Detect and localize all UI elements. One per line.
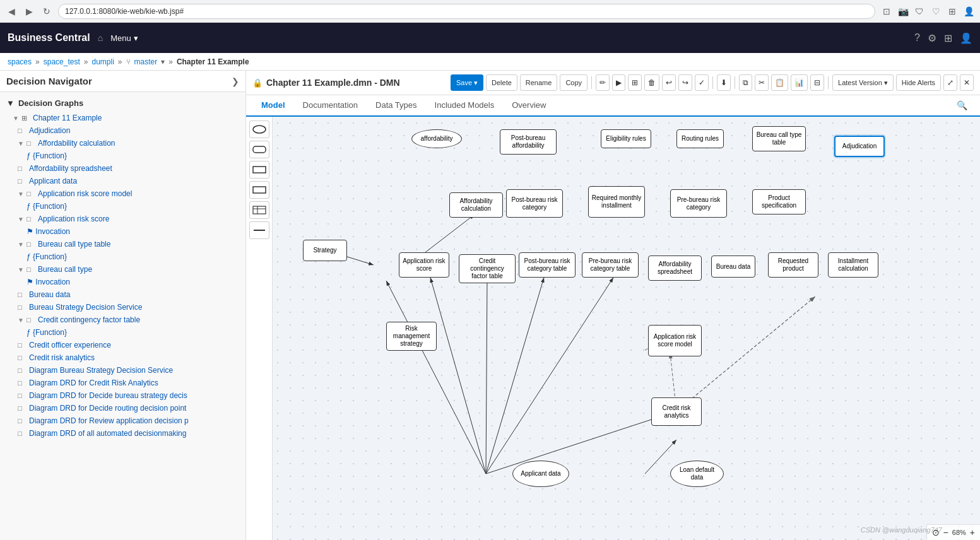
tab-data-types[interactable]: Data Types [367, 95, 426, 117]
edit-icon-btn[interactable]: ✏ [596, 74, 610, 91]
zoom-out-button[interactable]: − [943, 527, 948, 537]
tab-documentation[interactable]: Documentation [294, 95, 367, 117]
grid-icon-btn[interactable]: ⊞ [628, 74, 642, 91]
table-icon-btn[interactable]: ⊟ [810, 74, 824, 91]
home-icon[interactable]: ⌂ [98, 33, 103, 43]
tree-item[interactable]: □Diagram DRD for Credit Risk Analytics [0, 377, 245, 389]
dmn-node-bureau_call_type_table[interactable]: Bureau call type table [752, 126, 806, 151]
user-icon[interactable]: 👤 [960, 32, 972, 44]
tab-included-models[interactable]: Included Models [426, 95, 504, 117]
tree-item[interactable]: □Diagram DRD for Decide bureau strategy … [0, 389, 245, 402]
dmn-node-post_bureau_affordability[interactable]: Post-bureau affordability [500, 129, 557, 155]
tab-search-icon[interactable]: 🔍 [950, 95, 974, 115]
tree-item[interactable]: □Bureau data [0, 288, 245, 301]
hide-alerts-button[interactable]: Hide Alerts [896, 74, 941, 91]
dmn-node-required_monthly_installment[interactable]: Required monthly installment [588, 186, 645, 218]
dmn-node-bureau_data[interactable]: Bureau data [711, 255, 755, 278]
trash-icon-btn[interactable]: 🗑 [644, 74, 659, 91]
dmn-node-credit_risk_analytics[interactable]: Credit risk analytics [651, 397, 702, 426]
breadcrumb-dumpli[interactable]: dumpli [92, 57, 114, 66]
shape-rect-btn[interactable] [249, 161, 269, 179]
apps-icon[interactable]: ⊞ [944, 32, 952, 44]
tree-item[interactable]: □Diagram DRD for Decide routing decision… [0, 402, 245, 414]
dmn-node-affordability_spreadsheet[interactable]: Affordability spreadsheet [648, 255, 702, 281]
rename-button[interactable]: Rename [520, 74, 558, 91]
back-button[interactable]: ◀ [5, 5, 18, 18]
copy-button[interactable]: Copy [560, 74, 587, 91]
dmn-node-applicant_data[interactable]: Applicant data [512, 461, 569, 487]
tree-item[interactable]: ▼□Affordability calculation [0, 137, 245, 150]
tree-item[interactable]: □Adjudication [0, 124, 245, 137]
sidebar-collapse-button[interactable]: ❯ [232, 76, 239, 86]
tree-item[interactable]: □Credit officer experience [0, 339, 245, 351]
tree-item[interactable]: ▼□Bureau call type table [0, 238, 245, 250]
dmn-node-credit_contingency_factor_table[interactable]: Credit contingency factor table [459, 254, 516, 283]
dmn-node-pre_bureau_risk_category_table[interactable]: Pre-bureau risk category table [582, 252, 639, 278]
shape-table-btn[interactable] [249, 201, 269, 219]
paste-icon-btn[interactable]: 📋 [771, 74, 788, 91]
check-icon-btn[interactable]: ✓ [695, 74, 709, 91]
copy2-icon-btn[interactable]: ⧉ [739, 74, 752, 91]
dmn-node-risk_management_strategy[interactable]: Risk management strategy [386, 322, 437, 351]
zoom-in-button[interactable]: + [970, 527, 975, 537]
expand-button[interactable]: ⤢ [943, 74, 957, 91]
dmn-node-adjudication[interactable]: Adjudication [834, 136, 885, 157]
breadcrumb-spaces[interactable]: spaces [8, 57, 32, 66]
dmn-node-affordability[interactable]: affordability [411, 129, 462, 148]
close-button[interactable]: ✕ [960, 74, 974, 91]
tree-item[interactable]: ▼⊞Chapter 11 Example [0, 112, 245, 124]
shape-oval-btn[interactable] [249, 120, 269, 138]
dmn-node-post_bureau_risk_category_table[interactable]: Post-bureau risk category table [519, 252, 576, 278]
forward-button[interactable]: ▶ [23, 5, 35, 18]
redo-icon-btn[interactable]: ↪ [678, 74, 692, 91]
breadcrumb-master[interactable]: master [134, 57, 158, 66]
dmn-node-loan_default_data[interactable]: Loan default data [670, 461, 724, 487]
dmn-node-affordability_calculation[interactable]: Affordability calculation [449, 192, 503, 218]
tree-item[interactable]: ƒ {Function} [0, 200, 245, 213]
tree-item[interactable]: □Affordability spreadsheet [0, 162, 245, 175]
tree-item[interactable]: □Diagram Bureau Strategy Decision Servic… [0, 364, 245, 377]
undo-icon-btn[interactable]: ↩ [662, 74, 676, 91]
tree-item[interactable]: □Diagram DRD for Review application deci… [0, 414, 245, 427]
tree-item[interactable]: □Applicant data [0, 175, 245, 187]
tree-item[interactable]: ▼□Application risk score model [0, 187, 245, 200]
delete-button[interactable]: Delete [486, 74, 517, 91]
dmn-node-eligibility_rules[interactable]: Eligibility rules [601, 129, 651, 148]
tree-item[interactable]: ƒ {Function} [0, 326, 245, 339]
shape-minus-btn[interactable] [249, 221, 269, 239]
dmn-node-product_specification[interactable]: Product specification [752, 189, 806, 214]
tree-item[interactable]: □Credit risk analytics [0, 351, 245, 364]
tab-model[interactable]: Model [252, 95, 294, 117]
dmn-node-application_risk_score_model[interactable]: Application risk score model [648, 325, 702, 356]
shape-rect2-btn[interactable] [249, 181, 269, 199]
dmn-node-requested_product[interactable]: Requested product [768, 252, 818, 278]
dmn-node-application_risk_score[interactable]: Application risk score [399, 252, 449, 278]
tab-overview[interactable]: Overview [503, 95, 555, 117]
download-icon-btn[interactable]: ⬇ [717, 74, 731, 91]
menu-button[interactable]: Menu ▾ [110, 33, 138, 43]
latest-version-button[interactable]: Latest Version ▾ [832, 74, 894, 91]
dmn-node-strategy[interactable]: Strategy [303, 240, 347, 261]
dmn-node-routing_rules[interactable]: Routing rules [676, 129, 724, 148]
tree-item[interactable]: ⚑ Invocation [0, 225, 245, 238]
save-button[interactable]: Save ▾ [451, 74, 483, 91]
tree-item[interactable]: ƒ {Function} [0, 150, 245, 162]
dmn-node-installment_calculation[interactable]: Installment calculation [828, 252, 878, 278]
url-bar[interactable] [58, 4, 875, 19]
settings-icon[interactable]: ⚙ [928, 32, 936, 44]
tree-item[interactable]: □Diagram DRD of all automated decisionma… [0, 427, 245, 440]
help-icon[interactable]: ? [914, 32, 920, 44]
tree-item[interactable]: ƒ {Function} [0, 250, 245, 263]
shape-rect-rounded-btn[interactable] [249, 141, 269, 158]
sidebar-section-decision-graphs[interactable]: ▼ Decision Graphs [0, 95, 245, 112]
tree-item[interactable]: ▼□Credit contingency factor table [0, 314, 245, 326]
dmn-node-post_bureau_risk_category[interactable]: Post-bureau risk category [506, 189, 563, 218]
tree-item[interactable]: ▼□Application risk score [0, 213, 245, 225]
tree-item[interactable]: ▼□Bureau call type [0, 263, 245, 276]
breadcrumb-space-test[interactable]: space_test [44, 57, 80, 66]
play-icon-btn[interactable]: ▶ [612, 74, 625, 91]
tree-item[interactable]: □Bureau Strategy Decision Service [0, 301, 245, 314]
chart-icon-btn[interactable]: 📊 [791, 74, 808, 91]
dmn-diagram[interactable]: affordabilityPost-bureau affordabilityEl… [246, 117, 980, 540]
scissors-icon-btn[interactable]: ✂ [755, 74, 769, 91]
